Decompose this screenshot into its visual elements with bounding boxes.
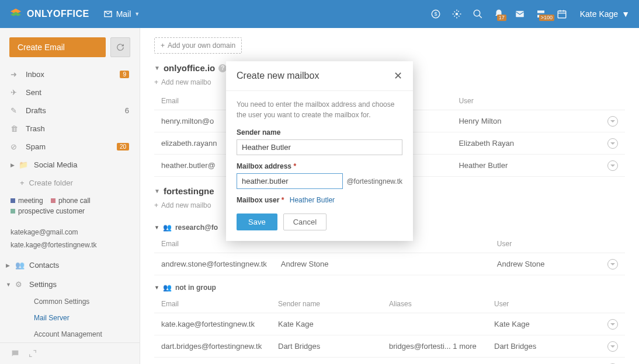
row-menu-button[interactable] [607,319,618,330]
spam-badge: 20 [117,143,129,150]
table-row[interactable]: andrew.stone@fortestingnew.tk Andrew Sto… [154,253,625,275]
messages-icon[interactable] [515,9,525,19]
folder-sent[interactable]: ✈ Sent [0,83,140,102]
group-icon: 👥 [163,284,172,292]
table-row[interactable]: henry.milton@fortestingnew.tk Henry Milt… [154,358,625,365]
tag-color-icon [11,198,15,203]
search-icon[interactable] [473,9,483,19]
user-menu[interactable]: Kate Kage ▼ [580,9,630,19]
chevron-down-icon: ▼ [154,188,160,194]
cancel-button[interactable]: Cancel [283,214,327,230]
domain-name: fortestingne [164,186,214,196]
col-email: Email [154,92,224,110]
modal-actions: Save Cancel [237,214,402,230]
currency-icon[interactable]: $ [430,9,441,19]
calendar-icon[interactable] [557,9,567,19]
tag-phone-call[interactable]: phone call [51,197,91,205]
create-email-button[interactable]: Create Email [9,37,106,57]
brand-logo[interactable]: ONLYOFFICE [9,8,89,20]
col-user: User [487,295,600,313]
tag-prospective-customer[interactable]: prospective customer [11,207,85,215]
account-item[interactable]: katekage@gmail.com [11,226,129,239]
settings-account-management[interactable]: Account Management [0,326,140,342]
settings-common[interactable]: Common Settings [0,293,140,310]
folder-trash[interactable]: 🗑 Trash [0,120,140,138]
chevron-down-icon: ▼ [134,11,140,17]
svg-text:$: $ [434,11,437,17]
contacts-section[interactable]: ▶ 👥 Contacts [0,255,140,274]
add-domain-button[interactable]: + Add your own domain [154,37,242,54]
gear-icon[interactable] [452,9,462,19]
account-item[interactable]: kate.kage@fortestingnew.tk [11,239,129,251]
col-user: User [490,235,600,253]
folder-drafts[interactable]: ✎ Drafts 6 [0,102,140,120]
folder-inbox[interactable]: ➜ Inbox 9 [0,65,140,83]
sidebar-bottom-icons [0,342,140,364]
table-row[interactable]: kate.kage@fortestingnew.tk Kate Kage Kat… [154,313,625,335]
mailbox-address-input[interactable] [237,173,343,189]
chevron-down-icon: ▼ [621,9,630,19]
notifications-icon[interactable]: 17 [494,9,504,19]
mailbox-user-value[interactable]: Heather Butler [290,196,335,204]
tag-color-icon [51,198,55,203]
server-icon[interactable]: >100 [536,9,546,19]
add-mailbox-link[interactable]: + Add new mailbo [154,201,211,209]
col-sender: Sender name [271,295,382,313]
settings-sub-items: Common Settings Mail Server Account Mana… [0,293,140,342]
module-switcher[interactable]: Mail ▼ [103,9,140,19]
svg-rect-11 [558,11,566,18]
row-menu-button[interactable] [607,116,618,127]
domain-name: onlyoffice.io [164,63,215,73]
brand-text: ONLYOFFICE [27,9,89,19]
svg-point-6 [474,10,480,16]
row-menu-button[interactable] [607,160,618,171]
folder-spam[interactable]: ⊘ Spam 20 [0,138,140,156]
settings-mail-server[interactable]: Mail Server [0,310,140,326]
social-media-folder[interactable]: ▶ 📁 Social Media [0,156,140,174]
drafts-icon: ✎ [11,106,20,115]
add-mailbox-link[interactable]: + Add new mailbo [154,78,211,86]
settings-section[interactable]: ▼ ⚙ Settings [0,274,140,293]
mail-icon [103,9,113,19]
plus-icon: + [154,201,158,209]
modal-description: You need to enter the mailbox address an… [237,99,402,120]
folder-icon: 📁 [19,160,28,169]
chevron-right-icon: ▶ [11,162,16,168]
plus-icon: + [161,41,165,50]
table-row[interactable]: dart.bridges@fortestingnew.tk Dart Bridg… [154,335,625,358]
tag-meeting[interactable]: meeting [11,197,43,205]
contacts-icon: 👥 [15,261,25,270]
modal-header: Create new mailbox ✕ [226,61,413,91]
refresh-icon [116,43,124,51]
modal-body: You need to enter the mailbox address an… [226,91,413,241]
refresh-button[interactable] [110,37,130,57]
expand-icon[interactable] [28,349,37,358]
create-folder-link[interactable]: + Create folder [0,174,140,192]
trash-icon: 🗑 [11,124,20,133]
mailbox-user-label: Mailbox user * [237,196,286,204]
top-bar: ONLYOFFICE Mail ▼ $ 17 >100 Kate Kage ▼ [0,0,639,28]
svg-point-5 [456,13,459,16]
inbox-badge: 9 [120,71,129,78]
group-header[interactable]: ▼ 👥 not in group [154,284,625,292]
row-menu-button[interactable] [607,341,618,352]
sent-icon: ✈ [11,88,20,97]
save-button[interactable]: Save [237,214,277,230]
tag-color-icon [11,209,15,214]
drafts-count: 6 [125,106,129,115]
user-name: Kate Kage [580,9,618,19]
row-menu-button[interactable] [607,259,618,270]
group-icon: 👥 [163,223,172,232]
svg-rect-9 [537,10,544,13]
chevron-down-icon: ▼ [154,285,159,290]
mailbox-table: Email Sender name Aliases User kate.kage… [154,295,625,364]
row-menu-button[interactable] [607,138,618,149]
svg-line-7 [479,15,482,18]
chat-icon[interactable] [11,349,20,358]
notifications-badge: 17 [497,15,506,21]
sender-name-input[interactable] [237,139,402,155]
tags-section: meeting phone call prospective customer [0,192,140,222]
inbox-icon: ➜ [11,70,20,79]
server-badge: >100 [539,15,554,21]
close-icon[interactable]: ✕ [394,69,402,82]
